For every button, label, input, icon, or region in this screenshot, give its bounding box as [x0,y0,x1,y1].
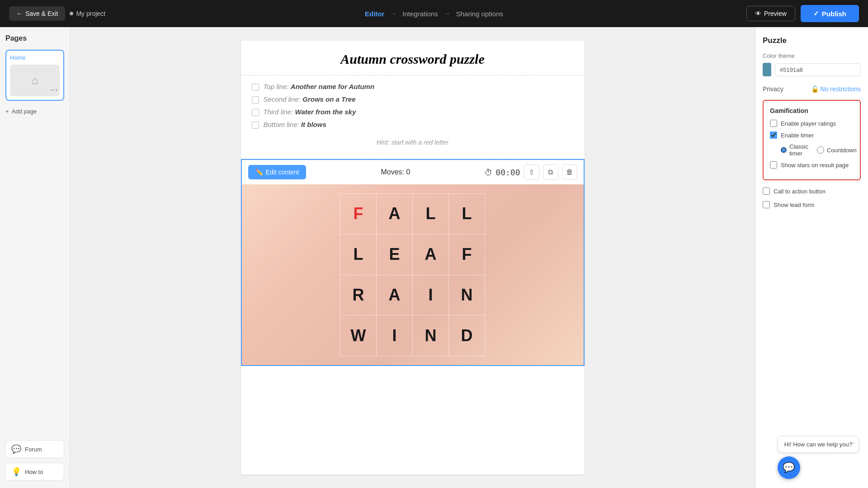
grid-cell-0-3: L [449,194,485,235]
nav-center: Editor → Integrations → Sharing options [365,9,503,18]
show-stars-checkbox[interactable] [770,161,777,169]
clue-checkbox-1[interactable] [252,84,259,91]
enable-timer-label: Enable timer [781,132,814,139]
edit-content-button[interactable]: ✏️ Edit content [248,165,307,179]
grid-cell-3-0: W [340,315,377,356]
grid-cell-0-1: A [377,194,413,235]
no-restrictions-button[interactable]: 🔓 No restrictions [811,85,861,93]
hint-text: Hint: start with a red letter [252,133,574,151]
gamification-title: Gamification [770,107,854,114]
enable-timer-checkbox[interactable] [770,131,777,139]
sidebar-title: Pages [5,34,64,42]
delete-button[interactable]: 🗑 [562,164,577,180]
enable-player-ratings-row: Enable player ratings [770,120,854,127]
grid-cell-1-2: A [413,234,449,275]
enable-player-ratings-label: Enable player ratings [781,120,836,127]
grid-table: F A L L L E A F R A [340,193,485,356]
grid-row-2: R A I N [340,275,485,315]
more-options-icon[interactable]: ⋯ [50,84,58,94]
nav-step-integrations[interactable]: Integrations [402,10,438,18]
chat-tooltip-text: Hi! How can we help you? [784,441,852,448]
add-page-button[interactable]: + Add page [5,108,64,115]
clue-checkbox-3[interactable] [252,109,259,116]
countdown-label: Countdown [827,147,857,154]
nav-arrow-2: → [443,9,451,18]
clue-text-1: Another name for Autumn [291,83,374,90]
puzzle-title: Autumn crossword puzzle [241,41,585,75]
clue-position-4: Bottom line: [264,121,299,128]
color-theme-label: Color theme [763,52,861,59]
preview-button[interactable]: 👁 Preview [746,6,795,21]
color-input[interactable] [775,63,861,76]
clue-text-4: It blows [301,121,326,128]
gamification-box: Gamification Enable player ratings Enabl… [763,100,861,180]
clue-item-4: Bottom line: It blows [252,121,574,129]
chat-close-button[interactable]: − [851,439,855,447]
grid-row-0: F A L L [340,194,485,235]
color-row [763,63,861,76]
save-exit-button[interactable]: ← Save & Exit [9,6,65,21]
puzzle-editor: ✏️ Edit content Moves: 0 ⏱ 00:00 ⇧ ⧉ [241,159,585,366]
clue-text-2: Grows on a Tree [302,95,355,103]
sidebar-forum-button[interactable]: 💬 Forum [5,440,64,458]
copy-button[interactable]: ⧉ [543,164,558,180]
howto-icon: 💡 [11,467,21,477]
show-lead-form-checkbox[interactable] [763,201,770,208]
enable-timer-row: Enable timer [770,131,854,139]
classic-timer-radio[interactable] [781,146,787,154]
publish-button[interactable]: ✓ Publish [801,5,859,22]
grid-cell-3-3: D [449,315,485,356]
puzzle-toolbar: ✏️ Edit content Moves: 0 ⏱ 00:00 ⇧ ⧉ [242,160,584,184]
call-to-action-row: Call to action button [763,188,861,195]
call-to-action-label: Call to action button [774,188,826,195]
grid-cell-1-0: L [340,234,377,275]
clue-item-1: Top line: Another name for Autumn [252,83,574,91]
clues-section: Top line: Another name for Autumn Second… [241,75,585,159]
enable-player-ratings-checkbox[interactable] [770,120,777,127]
move-up-button[interactable]: ⇧ [524,164,539,180]
grid-cell-3-2: N [413,315,449,356]
grid-cell-2-1: A [377,275,413,315]
show-lead-form-label: Show lead form [774,202,814,208]
show-stars-row: Show stars on result page [770,161,854,169]
plus-icon: + [5,108,9,115]
timer-icon: ⏱ [485,168,493,177]
nav-step-editor[interactable]: Editor [365,10,384,18]
privacy-row: Privacy 🔓 No restrictions [763,85,861,93]
puzzle-container: Autumn crossword puzzle Top line: Anothe… [241,41,585,474]
grid-cell-2-3: N [449,275,485,315]
main-layout: Pages Home ⌂ ⋯ + Add page 💬 Forum 💡 How … [0,27,868,488]
sidebar-bottom: 💬 Forum 💡 How to [5,440,64,481]
timer-options: Classic timer Countdown [781,143,854,157]
color-swatch[interactable] [763,63,771,76]
sidebar: Pages Home ⌂ ⋯ + Add page 💬 Forum 💡 How … [0,27,70,488]
classic-timer-option: Classic timer [781,143,810,157]
show-lead-form-row: Show lead form [763,201,861,208]
privacy-label: Privacy [763,85,783,93]
countdown-option: Countdown [817,146,857,154]
grid-cell-1-3: F [449,234,485,275]
home-icon: ⌂ [32,74,38,87]
sidebar-howto-button[interactable]: 💡 How to [5,463,64,481]
check-icon: ✓ [813,9,819,18]
nav-right: 👁 Preview ✓ Publish [746,5,859,22]
chat-tooltip: Hi! How can we help you? − [778,436,859,453]
content-area: Autumn crossword puzzle Top line: Anothe… [70,27,755,488]
grid-cell-2-2: I [413,275,449,315]
page-card-home[interactable]: Home ⌂ ⋯ [5,50,64,101]
nav-step-sharing[interactable]: Sharing options [456,10,503,18]
color-theme-section: Color theme [763,52,861,76]
countdown-radio[interactable] [817,146,824,154]
lock-icon: 🔓 [811,85,819,93]
clue-checkbox-4[interactable] [252,122,259,129]
moves-counter: Moves: 0 [381,168,410,176]
call-to-action-checkbox[interactable] [763,188,770,195]
timer-display: ⏱ 00:00 [485,168,520,177]
page-card-thumbnail: ⌂ ⋯ [10,65,60,96]
clue-checkbox-2[interactable] [252,96,259,103]
clue-item-2: Second line: Grows on a Tree [252,95,574,103]
chat-bubble-button[interactable]: 💬 [778,456,800,479]
clue-position-3: Third line: [264,108,293,116]
chat-icon: 💬 [783,462,795,474]
right-panel: Puzzle Color theme Privacy 🔓 No restrict… [755,27,868,488]
